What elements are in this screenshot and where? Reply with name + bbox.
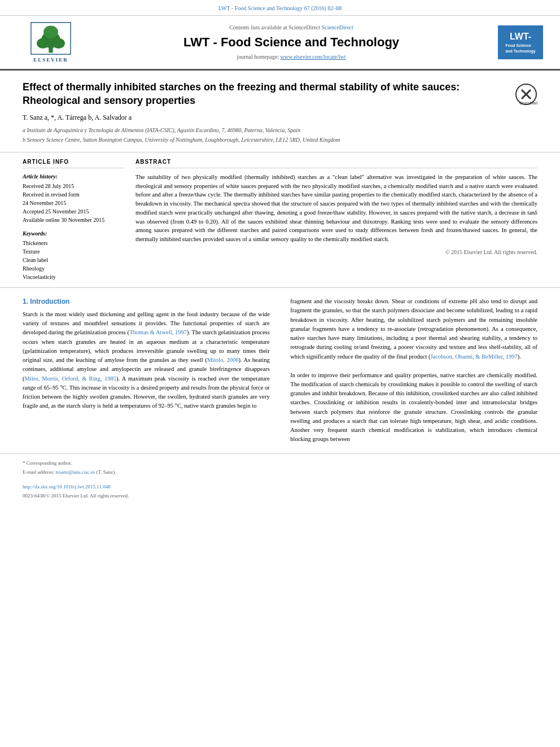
article-title: Effect of thermally inhibited starches o… — [23, 81, 504, 107]
elsevier-tree-icon — [28, 21, 73, 55]
svg-point-2 — [37, 38, 49, 48]
authors-line: T. Sanz a, *, A. Tárrega b, A. Salvador … — [23, 113, 504, 123]
abstract-heading: ABSTRACT — [135, 158, 537, 168]
keyword-viscoelasticity: Viscoelasticity — [23, 273, 124, 281]
sciencedirect-link[interactable]: ScienceDirect — [322, 24, 353, 30]
ref-miles[interactable]: Miles, Morris, Orford, & Ring, 1985 — [25, 375, 116, 382]
doi-link[interactable]: http://dx.doi.org/10.1016/j.lwt.2015.11.… — [23, 484, 111, 490]
journal-title-text: LWT - Food Science and Technology — [85, 34, 498, 51]
article-title-section: Effect of thermally inhibited starches o… — [0, 71, 560, 152]
doi-link-line: http://dx.doi.org/10.1016/j.lwt.2015.11.… — [23, 483, 537, 491]
ref-thomas-atwell[interactable]: Thomas & Atwell, 1997 — [129, 329, 187, 335]
corresponding-author-note: * Corresponding author. — [23, 460, 537, 467]
affiliations-block: a Instituto de Agroquímica y Tecnología … — [23, 126, 504, 144]
keywords-block: Keywords: Thickeners Texture Clean label… — [23, 230, 124, 281]
top-citation-bar: LWT - Food Science and Technology 67 (20… — [0, 0, 560, 16]
article-title-block: Effect of thermally inhibited starches o… — [23, 81, 504, 145]
right-column: fragment and the viscosity breaks down. … — [290, 297, 537, 444]
elsevier-logo: ELSEVIER — [17, 21, 85, 64]
accepted-date: Accepted 25 November 2015 — [23, 208, 124, 216]
journal-homepage-line: journal homepage: www.elsevier.com/locat… — [85, 53, 498, 61]
issn-line: 0023-6438/© 2015 Elsevier Ltd. All right… — [23, 492, 537, 500]
crossmark-icon: CrossMark — [515, 83, 537, 106]
svg-point-3 — [53, 38, 65, 48]
received-revised-label: Received in revised form — [23, 191, 124, 199]
contents-available-text: Contents lists available at ScienceDirec… — [85, 24, 498, 32]
abstract-text: The suitability of two physically modifi… — [135, 173, 537, 244]
affiliation-b: b Sensory Science Centre, Sutton Boningt… — [23, 136, 504, 144]
available-online-date: Available online 30 November 2015 — [23, 216, 124, 224]
intro-paragraph-1: Starch is the most widely used thickenin… — [23, 310, 270, 411]
lwt-journal-logo: LWT- Food Scienceand Technology — [498, 25, 543, 59]
keywords-label: Keywords: — [23, 230, 124, 238]
left-column: 1. Introduction Starch is the most widel… — [23, 297, 270, 444]
body-content: 1. Introduction Starch is the most widel… — [0, 288, 560, 453]
copyright-text: © 2015 Elsevier Ltd. All rights reserved… — [135, 248, 537, 256]
article-info-panel: ARTICLE INFO Article history: Received 2… — [23, 158, 124, 282]
journal-center-info: Contents lists available at ScienceDirec… — [85, 24, 498, 62]
ref-jacobson[interactable]: Jacobson, Obanni, & BeMiller, 1997 — [430, 353, 517, 360]
right-paragraph-1: fragment and the viscosity breaks down. … — [290, 297, 537, 361]
citation-text: LWT - Food Science and Technology 67 (20… — [218, 5, 342, 11]
author-email-link[interactable]: tesanz@iata.csic.es — [55, 469, 95, 475]
homepage-url-link[interactable]: www.elsevier.com/locate/lwt — [281, 54, 346, 60]
lwt-logo-text: LWT- — [510, 30, 531, 43]
right-paragraph-2: In order to improve their performance an… — [290, 371, 537, 444]
article-history-label: Article history: — [23, 173, 124, 181]
keyword-thickeners: Thickeners — [23, 239, 124, 247]
lwt-logo-subtitle: Food Scienceand Technology — [505, 43, 535, 54]
intro-heading: 1. Introduction — [23, 297, 270, 307]
page-footer: * Corresponding author. E-mail address: … — [0, 453, 560, 505]
keyword-rheology: Rheology — [23, 265, 124, 273]
keyword-clean-label: Clean label — [23, 256, 124, 264]
article-info-abstract-section: ARTICLE INFO Article history: Received 2… — [0, 152, 560, 288]
journal-header: ELSEVIER Contents lists available at Sci… — [0, 16, 560, 71]
affiliation-a: a Instituto de Agroquímica y Tecnología … — [23, 126, 504, 134]
keyword-texture: Texture — [23, 248, 124, 256]
revised-date: 24 November 2015 — [23, 199, 124, 207]
email-line: E-mail address: tesanz@iata.csic.es (T. … — [23, 469, 537, 476]
ref-mitolo[interactable]: Mitolo, 2006 — [207, 357, 239, 363]
elsevier-label-text: ELSEVIER — [33, 56, 68, 64]
svg-text:CrossMark: CrossMark — [519, 101, 537, 105]
article-info-heading: ARTICLE INFO — [23, 158, 124, 168]
received-date: Received 28 July 2015 — [23, 182, 124, 190]
svg-point-4 — [43, 25, 58, 38]
abstract-panel: ABSTRACT The suitability of two physical… — [135, 158, 537, 282]
